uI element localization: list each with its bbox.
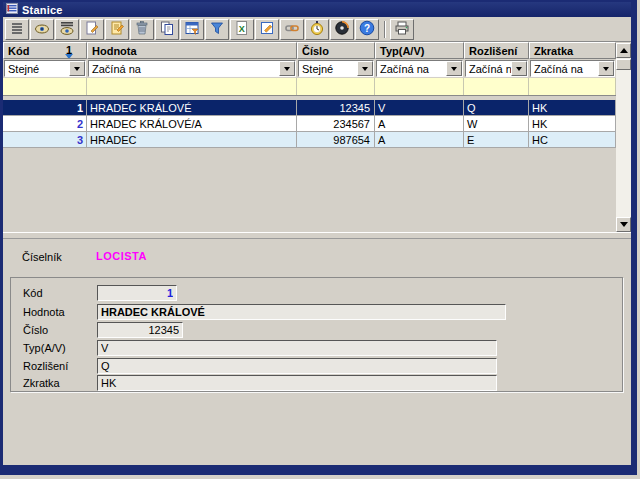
grid-empty-area [3,183,616,232]
table-row[interactable]: 3 HRADEC 987654 A E HC [3,132,616,148]
view-button[interactable] [30,19,54,40]
table-row[interactable]: 1 HRADEC KRÁLOVÉ 12345 V Q HK [3,100,616,116]
filter-combo-cislo[interactable]: Stejné [298,60,374,77]
detail-form: Číselník LOCISTA Kód Hodnota Číslo Typ(A… [3,239,631,465]
field-label-rozliseni: Rozlišení [23,360,68,372]
app-window: Stanice X ? Kód1 Hodnota Číslo Typ(A/V) [0,0,640,479]
database-disc-button[interactable] [330,19,354,40]
field-label-cislo: Číslo [23,324,48,336]
chevron-down-icon[interactable] [511,61,527,76]
edit-record-button[interactable] [105,19,129,40]
grid-filter-row: Stejné Začíná na Stejné Začíná na Začíná… [3,59,616,78]
field-label-kod: Kód [23,287,43,299]
hodnota-field[interactable] [97,304,506,320]
zkratka-field[interactable] [97,375,497,391]
trash-icon [134,20,150,38]
field-label-zkratka: Zkratka [23,377,60,389]
data-grid: Kód1 Hodnota Číslo Typ(A/V) Rozlišení Zk… [3,41,631,232]
ciselnik-label: Číselník [22,251,62,263]
arrow-down-icon [620,222,628,231]
link-button[interactable] [280,19,304,40]
table-row[interactable]: 2 HRADEC KRÁLOVÉ/A 234567 A W HK [3,116,616,132]
svg-text:X: X [239,24,245,34]
column-header-hodnota[interactable]: Hodnota [87,42,297,59]
field-label-typ: Typ(A/V) [23,342,66,354]
grid-search-row [3,78,616,96]
filter-combo-typ[interactable]: Začíná na [376,60,463,77]
table-filter-button[interactable] [180,19,204,40]
toolbar-separator [384,21,386,38]
rows-icon [9,20,25,38]
ciselnik-value: LOCISTA [96,250,147,262]
new-record-icon [84,20,100,38]
field-label-hodnota: Hodnota [23,306,65,318]
stopwatch-button[interactable] [305,19,329,40]
filter-combo-kod[interactable]: Stejné [4,60,86,77]
scroll-down-button[interactable] [616,217,631,232]
copy-record-button[interactable] [155,19,179,40]
edit-note-icon [259,20,275,38]
arrow-up-icon [620,44,628,53]
table-filter-icon [184,20,200,38]
search-cell-rozliseni[interactable] [464,78,529,95]
export-excel-button[interactable]: X [230,19,254,40]
filter-button[interactable] [205,19,229,40]
search-cell-typ[interactable] [375,78,464,95]
delete-record-button[interactable] [130,19,154,40]
sort-indicator: 1 [66,44,72,57]
rows-button[interactable] [5,19,29,40]
chevron-down-icon[interactable] [69,61,85,76]
column-header-kod[interactable]: Kód1 [3,42,87,59]
title-bar[interactable]: Stanice [3,2,631,17]
link-chain-icon [284,20,300,38]
splitter-handle[interactable] [3,232,631,239]
edit-record-icon [109,20,125,38]
scroll-up-button[interactable] [616,43,631,58]
stopwatch-icon [309,20,325,38]
search-cell-cislo[interactable] [297,78,375,95]
view-columns-button[interactable] [55,19,79,40]
search-cell-zkratka[interactable] [529,78,616,95]
typ-field[interactable] [97,340,497,356]
help-icon: ? [359,20,375,38]
scrollbar-thumb[interactable] [616,59,631,70]
svg-text:?: ? [364,23,370,34]
chevron-down-icon[interactable] [279,61,295,76]
search-cell-hodnota[interactable] [87,78,297,95]
vertical-scrollbar[interactable] [616,43,631,232]
window-title: Stanice [22,4,63,16]
export-excel-icon: X [234,20,250,38]
filter-combo-zkratka[interactable]: Začíná na [530,60,615,77]
cislo-field[interactable] [97,322,183,338]
search-cell-kod[interactable] [3,78,87,95]
grid-header-row: Kód1 Hodnota Číslo Typ(A/V) Rozlišení Zk… [3,42,616,59]
column-header-typ[interactable]: Typ(A/V) [375,42,464,59]
eye-columns-icon [59,20,75,38]
database-disc-icon [334,20,350,38]
list-icon [6,3,18,16]
chevron-down-icon[interactable] [446,61,462,76]
column-header-rozliseni[interactable]: Rozlišení [464,42,529,59]
kod-field[interactable] [97,285,177,301]
filter-combo-hodnota[interactable]: Začíná na [88,60,296,77]
chevron-down-icon[interactable] [598,61,614,76]
toolbar: X ? [3,17,631,41]
print-icon [394,20,410,38]
copy-icon [159,20,175,38]
filter-funnel-icon [209,20,225,38]
print-button[interactable] [390,19,414,40]
filter-combo-rozliseni[interactable]: Začíná na [465,60,528,77]
eye-icon [34,20,50,38]
column-header-zkratka[interactable]: Zkratka [529,42,616,59]
rozliseni-field[interactable] [97,358,497,374]
fields-groupbox: Kód Hodnota Číslo Typ(A/V) Rozlišení Zkr… [10,277,623,392]
new-record-button[interactable] [80,19,104,40]
edit-note-button[interactable] [255,19,279,40]
chevron-down-icon[interactable] [357,61,373,76]
help-button[interactable]: ? [355,19,379,40]
column-header-cislo[interactable]: Číslo [297,42,375,59]
